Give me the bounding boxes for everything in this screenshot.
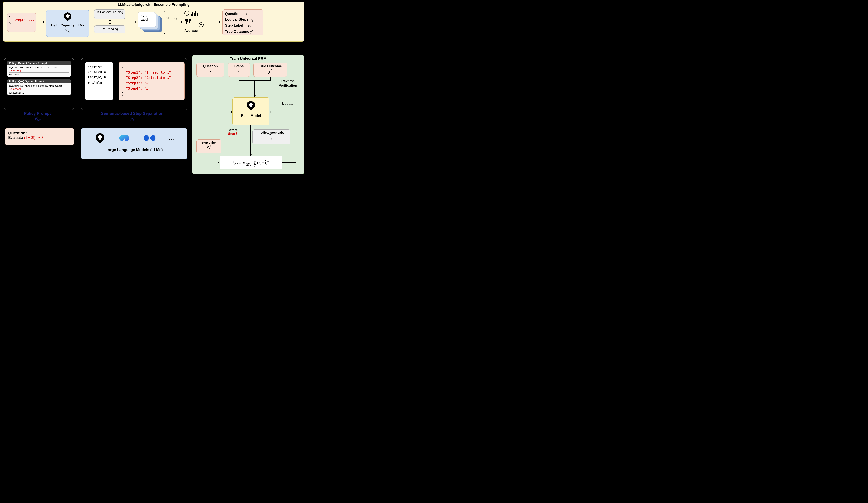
step-json-input: { "Step1": ... } [7, 13, 36, 32]
panel-judge-ensemble: LLM-as-a-judge with Ensemble Prompting {… [3, 2, 304, 42]
policy2-title: Policy: QwQ System Prompt [8, 79, 71, 83]
stepi-text: Step i [227, 132, 238, 135]
policy-qwq-card: Policy: QwQ System Prompt System: You sh… [7, 79, 71, 95]
line-icon [239, 77, 239, 81]
policy-prompt-text: Policy Prompt [24, 111, 51, 116]
d-question-label: Question [197, 64, 224, 68]
p2-answers: Answers: … [9, 91, 24, 94]
d-steps-label: Steps [228, 64, 250, 68]
reverse-verification-label: ReverseVerification [279, 79, 297, 88]
arrowhead-down-icon [109, 20, 111, 22]
arrow-icon [208, 22, 219, 22]
semantic-step-symbol: ps [101, 116, 163, 122]
p1-system-text: You are a helpful assistant. [19, 66, 52, 69]
output-box: Question x Logical Steps ys Step Label r… [223, 9, 264, 35]
before-text: Before [227, 129, 238, 132]
llm-symbol: πθd [46, 28, 89, 33]
line-icon [210, 77, 210, 112]
minus-icon: − [199, 22, 204, 27]
line-icon [270, 77, 271, 81]
reread-label: Re-Reading [94, 27, 125, 31]
raw-text: \\Frist…\nCalculate\r\n\Then…\n\n [88, 65, 106, 84]
infinity-icon [142, 133, 157, 143]
base-model-box: Base Model [232, 97, 269, 125]
raw-text-box: \\Frist…\nCalculate\r\n\Then…\n\n [85, 62, 113, 100]
steplabel-line1: Step [140, 14, 153, 18]
predicts-sym: rsi [252, 134, 290, 141]
panel-a-title: LLM-as-a-judge with Ensemble Prompting [3, 3, 304, 7]
arrowhead-right-icon [218, 161, 219, 163]
arrow-icon [90, 22, 135, 22]
policy2-content: System: You should think step-by-step. U… [8, 83, 71, 95]
llm-hex-icon [246, 100, 256, 111]
panel-d-title: Train Universal PRM [193, 57, 304, 61]
json-close: } [122, 91, 182, 96]
step-label-stack: Step Label [138, 12, 162, 32]
pi-sub: θd [68, 30, 70, 33]
p1-answers: Answers: … [9, 73, 24, 76]
steps-box-d: Steps ys [228, 63, 250, 77]
arrowhead-left-icon [270, 111, 271, 113]
parsed-json-box: { "Step1": "I need to …", "Step2": "Calc… [118, 62, 185, 100]
json-close: } [9, 22, 34, 25]
p2-system-text: You should think step-by-step. [19, 84, 55, 87]
json-step1-key: "Step1": ... [9, 18, 34, 22]
plus-icon: + [184, 11, 189, 16]
average-label: Average [184, 29, 198, 33]
line-icon [209, 153, 209, 162]
line-icon [282, 162, 297, 163]
semantic-step-group: \\Frist…\nCalculate\r\n\Then…\n\n { "Ste… [81, 58, 187, 110]
bracket-icon [163, 11, 165, 34]
p1-system-label: System: [9, 66, 19, 69]
arrowhead-down-icon [254, 95, 256, 97]
line-icon [239, 80, 271, 81]
out-steps: Logical Steps [225, 18, 248, 21]
d-steplabel-label: Step Label [197, 141, 221, 144]
llms-row: … Large Language Models (LLMs) [81, 128, 187, 159]
loss-formula: ℒuPRM = 1 2Ny Ny Σ i=1 (rsi − rsi)2 [220, 156, 282, 170]
p2-user-text: [Question]. [9, 87, 22, 90]
line-icon [296, 112, 297, 163]
panel-train-prm: Train Universal PRM Question x Steps ys … [192, 55, 304, 174]
out-question: Question [225, 12, 241, 16]
steplabel-box-d: Step Label rsi [196, 140, 221, 153]
arrow-icon [166, 22, 182, 22]
d-steps-sym: ys [228, 68, 250, 74]
json-l3: "Step3": "…" [122, 81, 182, 86]
policy-default-card: Policy: Default System Prompt System: Yo… [7, 61, 71, 77]
llm-caption: Hight Capacity LLMs [46, 23, 89, 28]
ellipsis: … [168, 135, 174, 141]
average-icon-group: + − Average [184, 11, 210, 35]
predicts-label: Predicts Step Label [252, 131, 290, 134]
llm-hex-icon [63, 12, 73, 22]
arrowhead-up-icon [109, 22, 111, 24]
question-pre: Evaluate [8, 135, 24, 140]
line-icon [209, 162, 219, 162]
p1-user-text: [Question]. [9, 69, 22, 72]
line-icon [210, 112, 232, 112]
policy1-title: Policy: Default System Prompt [8, 61, 71, 65]
json-open: { [122, 65, 182, 70]
d-outcome-sym: y* [254, 68, 287, 74]
arrowhead-down-icon [250, 154, 252, 156]
policy1-content: System: You are a helpful assistant. Use… [8, 65, 71, 77]
line-icon [255, 80, 255, 96]
d-question-sym: x [197, 68, 224, 73]
p2-user-label: User: [55, 84, 62, 87]
json-l1: "Step1": "I need to …", [122, 70, 182, 75]
d-outcome-label: True Outcome [254, 64, 287, 68]
out-label: Step Label [225, 23, 243, 28]
pi-symbol: π [65, 28, 68, 32]
policy-prompt-group: Policy: Default System Prompt System: Yo… [4, 58, 74, 110]
json-l4: "Step4": "…" [122, 86, 182, 91]
update-label: Update [282, 102, 294, 106]
semantic-step-text: Semantic-based Step Separation [101, 111, 163, 116]
semantic-step-label: Semantic-based Step Separation ps [101, 111, 163, 122]
policy-prompt-symbol: 𝒫gen [24, 116, 51, 122]
json-open: { [9, 14, 34, 18]
steplabel-line2: Label [140, 18, 153, 21]
base-model-label: Base Model [232, 114, 269, 118]
policy-prompt-label: Policy Prompt 𝒫gen [24, 111, 51, 122]
voting-label: Voting [166, 17, 177, 20]
high-capacity-llms-box: Hight Capacity LLMs πθd [46, 10, 89, 37]
